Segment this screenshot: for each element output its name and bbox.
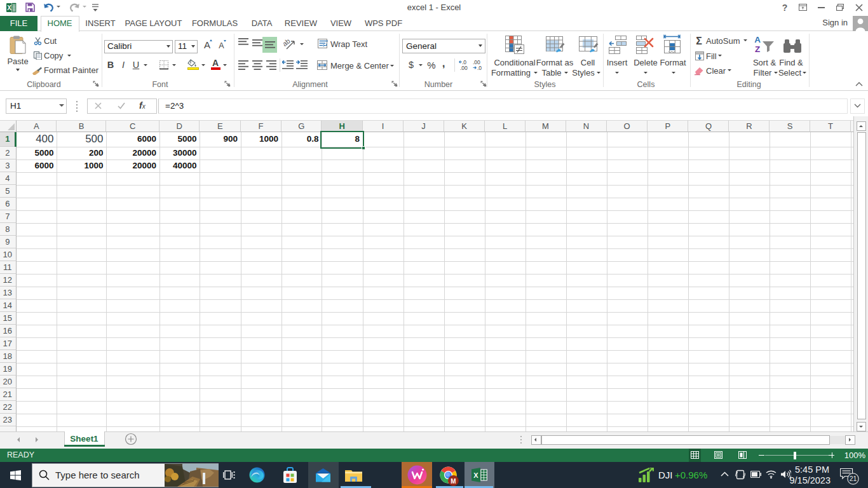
svg-text:X: X bbox=[473, 471, 478, 479]
svg-text:ab: ab bbox=[283, 37, 292, 48]
svg-text:X: X bbox=[7, 4, 11, 11]
svg-text:21: 21 bbox=[850, 475, 857, 482]
svg-text:M: M bbox=[451, 478, 456, 485]
svg-text:.00: .00 bbox=[460, 65, 468, 71]
